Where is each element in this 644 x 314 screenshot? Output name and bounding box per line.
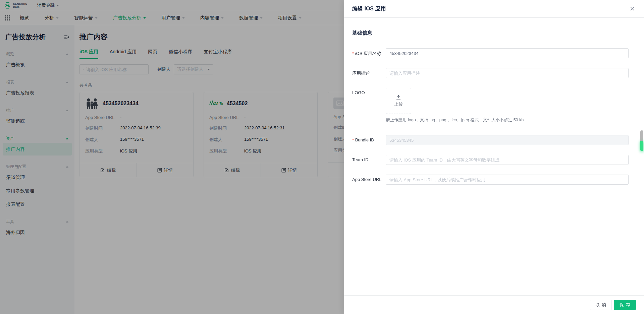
- form-row-bundle-id: Bundle ID: [352, 135, 636, 145]
- bundle-id-label: Bundle ID: [352, 135, 386, 145]
- appstore-url-label: App Store URL: [352, 175, 386, 185]
- logo-upload-button[interactable]: 上传: [386, 88, 411, 114]
- form-row-logo: LOGO 上传 请上传应用 logo，支持 jpg、png.、ico、jpeg …: [352, 88, 636, 123]
- team-id-label: Team ID: [352, 155, 386, 165]
- edit-ios-app-drawer: 编辑 iOS 应用 基础信息 iOS 应用名称 应用描述 LOGO: [344, 0, 644, 314]
- drawer-footer: 取消 保存: [344, 295, 644, 314]
- scrollbar-thumb-segment: [640, 141, 643, 151]
- logo-upload-hint: 请上传应用 logo，支持 jpg、png.、ico、jpeg 格式，文件大小不…: [386, 117, 629, 123]
- form-row-app-desc: 应用描述: [352, 68, 636, 78]
- form-row-app-name: iOS 应用名称: [352, 48, 636, 58]
- drawer-header: 编辑 iOS 应用: [344, 0, 644, 18]
- form-row-team-id: Team ID: [352, 155, 636, 165]
- upload-icon: [396, 95, 401, 100]
- upload-text: 上传: [394, 101, 403, 107]
- appstore-url-input[interactable]: [386, 175, 629, 185]
- save-button[interactable]: 保存: [614, 300, 636, 310]
- bundle-id-input: [386, 135, 629, 145]
- ios-app-name-label: iOS 应用名称: [352, 48, 386, 58]
- app-desc-input[interactable]: [386, 68, 629, 78]
- scrollbar-indicator[interactable]: [640, 130, 643, 151]
- form-row-appstore-url: App Store URL: [352, 175, 636, 185]
- drawer-title: 编辑 iOS 应用: [352, 5, 386, 12]
- close-icon[interactable]: [629, 5, 636, 12]
- basic-info-section-title: 基础信息: [352, 30, 636, 36]
- app-desc-label: 应用描述: [352, 68, 386, 78]
- drawer-body: 基础信息 iOS 应用名称 应用描述 LOGO: [344, 18, 644, 295]
- cancel-button[interactable]: 取消: [590, 300, 612, 310]
- scrollbar-track-segment: [640, 130, 643, 141]
- team-id-input[interactable]: [386, 155, 629, 165]
- logo-label: LOGO: [352, 88, 386, 123]
- ios-app-name-input[interactable]: [386, 48, 629, 58]
